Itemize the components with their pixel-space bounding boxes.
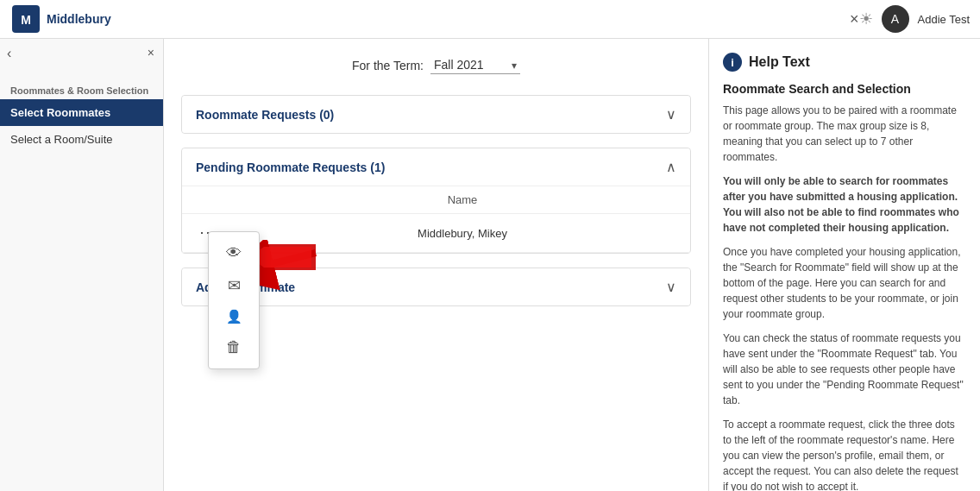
pending-requests-table: Name ⋮ <box>182 186 690 253</box>
context-menu-delete[interactable]: 🗑 <box>209 331 259 363</box>
accordion-pending-requests-body: Name ⋮ <box>182 186 690 253</box>
help-header: i Help Text <box>723 53 966 72</box>
logo-shield: M <box>10 3 41 35</box>
accordion-pending-requests: Pending Roommate Requests (1) ∧ Name <box>181 148 691 254</box>
sidebar: ‹ × Roommates & Room Selection Select Ro… <box>0 39 164 491</box>
pending-row-name: Middlebury, Mikey <box>235 214 690 253</box>
sidebar-item-select-room-suite[interactable]: Select a Room/Suite <box>0 126 163 153</box>
trash-icon: 🗑 <box>226 338 242 356</box>
sidebar-toggle-button[interactable]: ‹ <box>7 46 11 61</box>
term-label: For the Term: <box>352 59 424 72</box>
context-menu-view-profile[interactable]: 👁 <box>209 237 259 269</box>
sidebar-section-label: Roommates & Room Selection <box>0 79 163 99</box>
help-section1-p2: You will only be able to search for room… <box>723 173 966 236</box>
logo-area: M Middlebury <box>10 3 839 35</box>
accordion-pending-requests-title: Pending Roommate Requests (1) <box>196 161 385 174</box>
accordion-pending-requests-header[interactable]: Pending Roommate Requests (1) ∧ <box>182 148 690 186</box>
accordion-pending-requests-chevron: ∧ <box>666 159 676 175</box>
accordion-roommate-requests-chevron: ∨ <box>666 106 676 123</box>
accordion-add-roommate-chevron: ∨ <box>666 279 676 295</box>
help-title: Help Text <box>749 54 810 70</box>
accordion-roommate-requests-title: Roommate Requests (0) <box>196 108 334 122</box>
eye-icon: 👁 <box>226 244 242 262</box>
header-right-area: ☀ A Addie Test <box>859 5 970 33</box>
table-row: ⋮ <box>182 214 690 253</box>
email-icon: ✉ <box>228 276 241 295</box>
main-layout: ‹ × Roommates & Room Selection Select Ro… <box>0 39 980 491</box>
help-section1-p4: You can check the status of roommate req… <box>723 330 966 408</box>
term-select[interactable]: Fall 2021 Spring 2022 <box>430 56 520 74</box>
avatar: A <box>882 5 909 33</box>
user-name: Addie Test <box>918 13 970 26</box>
context-menu-email[interactable]: ✉ <box>209 269 259 302</box>
svg-text:M: M <box>21 13 31 27</box>
pending-col-name: Name <box>235 186 690 214</box>
school-name: Middlebury <box>47 12 111 26</box>
context-menu-accept[interactable]: 👤 <box>209 302 259 331</box>
content-area: For the Term: Fall 2021 Spring 2022 ▾ Ro… <box>164 39 708 491</box>
term-select-wrapper: Fall 2021 Spring 2022 ▾ <box>430 56 520 74</box>
help-section1-p3: Once you have completed your housing app… <box>723 244 966 322</box>
sidebar-item-select-roommates[interactable]: Select Roommates <box>0 99 163 126</box>
header-close-button[interactable]: × <box>850 10 859 28</box>
sidebar-close-button[interactable]: × <box>148 46 154 60</box>
accordion-roommate-requests-header[interactable]: Roommate Requests (0) ∨ <box>182 96 690 133</box>
term-row: For the Term: Fall 2021 Spring 2022 ▾ <box>181 56 691 74</box>
help-section1-p5: To accept a roommate request, click the … <box>723 417 966 491</box>
brightness-icon[interactable]: ☀ <box>859 9 873 28</box>
accordion-roommate-requests: Roommate Requests (0) ∨ <box>181 95 691 134</box>
top-header: M Middlebury × ☀ A Addie Test <box>0 0 980 39</box>
add-person-icon: 👤 <box>226 309 242 324</box>
help-section1-p1: This page allows you to be paired with a… <box>723 103 966 165</box>
help-panel: i Help Text Roommate Search and Selectio… <box>708 39 980 491</box>
help-info-icon: i <box>723 53 742 72</box>
context-menu: 👁 ✉ 👤 🗑 <box>208 231 260 369</box>
help-section1-title: Roommate Search and Selection <box>723 82 966 96</box>
